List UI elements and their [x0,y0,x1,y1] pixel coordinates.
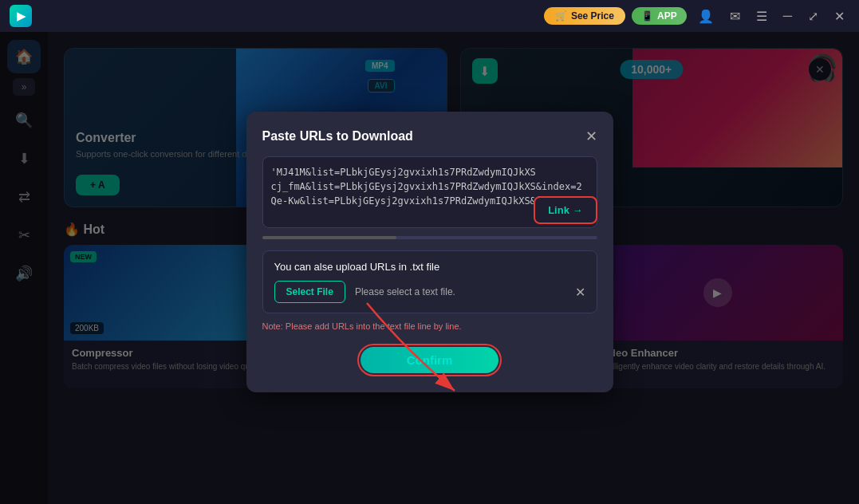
menu-icon-button[interactable]: ☰ [751,6,772,27]
phone-icon: 📱 [641,10,653,22]
confirm-button-wrapper: Confirm [262,344,597,376]
titlebar-actions: 🛒 See Price 📱 APP 👤 ✉ ☰ ─ ⤢ ✕ [544,6,849,27]
scrollbar-thumb [262,236,396,239]
confirm-button[interactable]: Confirm [357,344,502,376]
dialog-url-section: Link → [262,156,597,239]
see-price-button[interactable]: 🛒 See Price [544,7,625,25]
close-button[interactable]: ✕ [829,6,849,27]
upload-row: Select File Please select a text file. ✕ [274,281,585,303]
dialog-header: Paste URLs to Download ✕ [262,128,597,145]
dialog-title: Paste URLs to Download [262,129,413,144]
analyze-link-button[interactable]: Link → [534,196,597,224]
cart-icon: 🛒 [555,10,567,22]
select-file-placeholder: Please select a text file. [355,286,455,297]
restore-button[interactable]: ⤢ [803,6,823,27]
titlebar: ▶ 🛒 See Price 📱 APP 👤 ✉ ☰ ─ ⤢ ✕ [0,0,859,32]
upload-section-title: You can alse upload URLs in .txt file [274,261,585,273]
upload-section: You can alse upload URLs in .txt file Se… [262,250,597,313]
user-icon-button[interactable]: 👤 [693,6,719,27]
scrollbar[interactable] [262,236,597,239]
upload-close-button[interactable]: ✕ [575,285,585,300]
mail-icon-button[interactable]: ✉ [725,6,745,27]
app-logo: ▶ [10,5,32,27]
dialog-close-button[interactable]: ✕ [585,128,597,145]
select-file-button[interactable]: Select File [274,281,345,303]
app-button[interactable]: 📱 APP [632,7,687,25]
note-text: Note: Please add URLs into the text file… [262,321,597,331]
paste-urls-dialog: Paste URLs to Download ✕ Link → You can … [246,112,613,392]
minimize-button[interactable]: ─ [778,6,797,26]
